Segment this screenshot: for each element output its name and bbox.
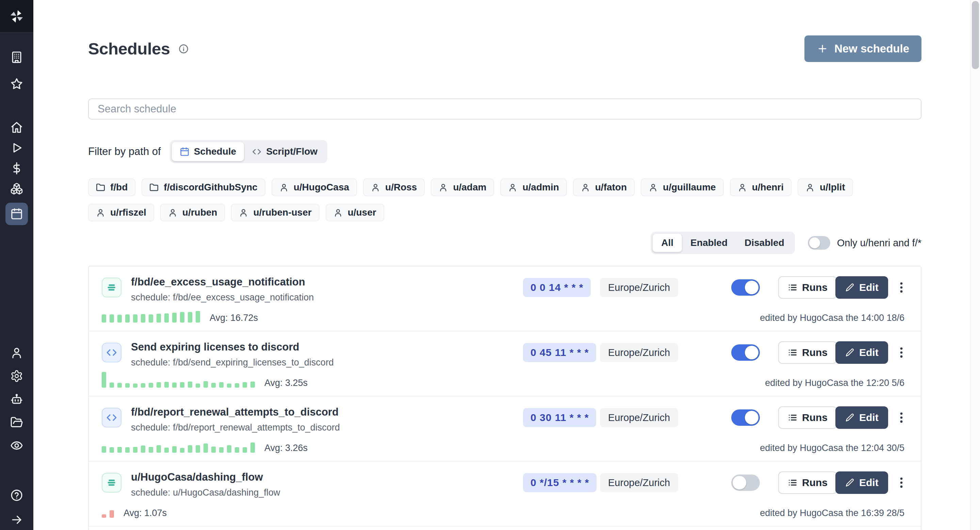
run-bar[interactable] [188, 445, 192, 453]
run-bar[interactable] [102, 514, 106, 518]
path-chip-u-guillaume[interactable]: u/guillaume [641, 179, 724, 196]
runs-button[interactable]: Runs [778, 341, 837, 364]
path-chip-u-rfiszel[interactable]: u/rfiszel [88, 204, 154, 221]
run-bar[interactable] [118, 383, 122, 388]
edit-button[interactable]: Edit [835, 406, 888, 429]
path-chip-u-faton[interactable]: u/faton [573, 179, 635, 196]
sidebar-item-arrow-right[interactable] [8, 511, 26, 529]
run-bar[interactable] [250, 382, 255, 388]
run-bar[interactable] [156, 314, 161, 322]
enabled-toggle[interactable] [731, 279, 760, 296]
new-schedule-button[interactable]: New schedule [804, 35, 921, 62]
enabled-toggle[interactable] [731, 409, 760, 426]
run-bar[interactable] [172, 383, 177, 388]
enabled-toggle[interactable] [731, 344, 760, 361]
run-bar[interactable] [110, 447, 114, 453]
run-bar[interactable] [227, 445, 231, 453]
info-icon[interactable] [178, 44, 189, 54]
sidebar-item-dollar[interactable] [8, 159, 26, 177]
run-bar[interactable] [211, 447, 216, 453]
scrollbar-thumb[interactable] [972, 1, 979, 69]
run-bar[interactable] [102, 314, 106, 322]
run-bar[interactable] [156, 445, 161, 453]
windmill-logo[interactable] [0, 0, 33, 33]
run-bar[interactable] [118, 447, 122, 453]
run-bar[interactable] [188, 312, 192, 322]
path-chip-u-HugoCasa[interactable]: u/HugoCasa [272, 179, 357, 196]
sidebar-item-boxes[interactable] [8, 179, 26, 198]
status-option-disabled[interactable]: Disabled [736, 234, 793, 252]
sidebar-item-folder-open[interactable] [8, 413, 26, 431]
run-bar[interactable] [243, 382, 247, 388]
sidebar-item-user[interactable] [8, 344, 26, 362]
path-chip-f-bd[interactable]: f/bd [88, 179, 135, 196]
only-henri-switch[interactable] [808, 236, 830, 250]
run-bar[interactable] [102, 446, 106, 453]
path-chip-u-admin[interactable]: u/admin [500, 179, 566, 196]
run-bar[interactable] [188, 382, 192, 388]
sidebar-item-star[interactable] [8, 75, 26, 93]
runs-button[interactable]: Runs [778, 276, 837, 299]
path-chip-u-lplit[interactable]: u/lplit [798, 179, 853, 196]
run-bar[interactable] [149, 383, 153, 388]
path-chip-u-henri[interactable]: u/henri [730, 179, 791, 196]
run-bar[interactable] [196, 311, 200, 322]
run-bar[interactable] [235, 383, 239, 388]
sidebar-item-bot[interactable] [8, 390, 26, 409]
edit-button[interactable]: Edit [835, 276, 888, 299]
run-bar[interactable] [133, 383, 137, 388]
sidebar-item-home[interactable] [8, 118, 26, 137]
schedule-title[interactable]: u/HugoCasa/dashing_flow [131, 471, 280, 483]
run-bar[interactable] [243, 447, 247, 453]
edit-button[interactable]: Edit [835, 341, 888, 364]
path-chip-u-ruben-user[interactable]: u/ruben-user [231, 204, 319, 221]
kind-option-script-flow[interactable]: Script/Flow [244, 142, 325, 161]
status-option-enabled[interactable]: Enabled [682, 234, 736, 252]
kebab-menu-button[interactable] [894, 280, 909, 295]
run-bar[interactable] [118, 315, 122, 322]
run-bar[interactable] [141, 445, 145, 453]
run-bar[interactable] [102, 372, 106, 388]
kind-option-schedule[interactable]: Schedule [172, 142, 244, 161]
status-option-all[interactable]: All [653, 234, 682, 252]
run-bar[interactable] [125, 383, 130, 388]
run-bar[interactable] [250, 442, 255, 453]
edit-button[interactable]: Edit [835, 471, 888, 494]
run-bar[interactable] [149, 447, 153, 453]
run-bar[interactable] [156, 382, 161, 388]
run-bar[interactable] [204, 381, 208, 388]
run-bar[interactable] [180, 382, 185, 388]
sidebar-item-building[interactable] [8, 48, 26, 66]
run-bar[interactable] [172, 446, 177, 453]
run-bar[interactable] [196, 445, 200, 453]
path-chip-u-Ross[interactable]: u/Ross [363, 179, 425, 196]
path-chip-u-adam[interactable]: u/adam [431, 179, 494, 196]
kebab-menu-button[interactable] [894, 345, 909, 360]
run-bar[interactable] [164, 313, 169, 322]
run-bar[interactable] [133, 314, 137, 322]
sidebar-item-eye[interactable] [8, 436, 26, 455]
schedule-title[interactable]: f/bd/report_renewal_attempts_to_discord [131, 406, 340, 418]
run-bar[interactable] [211, 383, 216, 388]
sidebar-item-calendar[interactable] [5, 203, 28, 225]
path-chip-f-discordGithubSync[interactable]: f/discordGithubSync [142, 179, 265, 196]
run-bar[interactable] [110, 314, 114, 322]
search-input[interactable] [88, 99, 921, 120]
kebab-menu-button[interactable] [894, 475, 909, 490]
kebab-menu-button[interactable] [894, 410, 909, 425]
run-bar[interactable] [196, 383, 200, 388]
run-bar[interactable] [164, 448, 169, 453]
sidebar-item-help-circle[interactable] [8, 486, 26, 504]
run-bar[interactable] [172, 313, 177, 322]
run-bar[interactable] [141, 383, 145, 388]
schedule-title[interactable]: f/bd/ee_excess_usage_notification [131, 276, 314, 288]
path-chip-u-ruben[interactable]: u/ruben [160, 204, 225, 221]
scrollbar-track[interactable] [970, 0, 980, 530]
sidebar-item-settings[interactable] [8, 367, 26, 385]
enabled-toggle[interactable] [731, 474, 760, 491]
run-bar[interactable] [133, 447, 137, 453]
schedule-title[interactable]: Send expiring licenses to discord [131, 341, 334, 353]
run-bar[interactable] [110, 383, 114, 388]
run-bar[interactable] [141, 314, 145, 322]
runs-button[interactable]: Runs [778, 471, 837, 494]
